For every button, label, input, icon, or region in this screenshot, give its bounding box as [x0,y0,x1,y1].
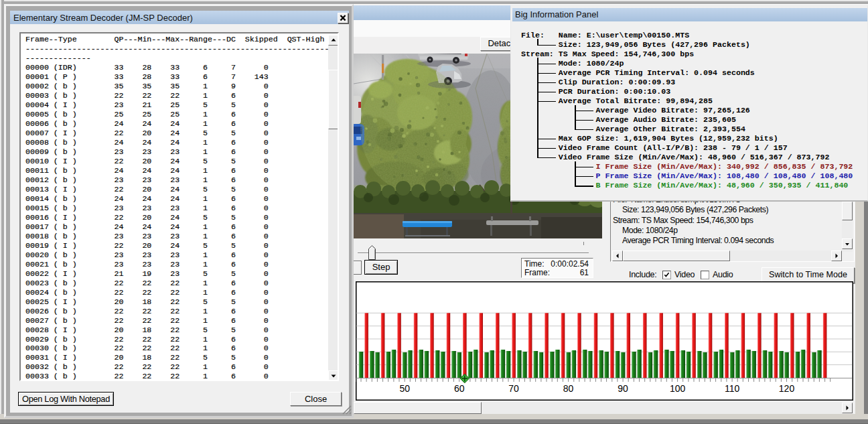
svg-text:100: 100 [670,383,686,394]
svg-text:120: 120 [779,383,795,394]
svg-text:50: 50 [399,383,410,394]
svg-text:70: 70 [508,383,519,394]
svg-text:60: 60 [454,383,465,394]
svg-text:110: 110 [725,383,740,394]
svg-text:80: 80 [563,383,574,394]
svg-text:90: 90 [618,383,628,394]
